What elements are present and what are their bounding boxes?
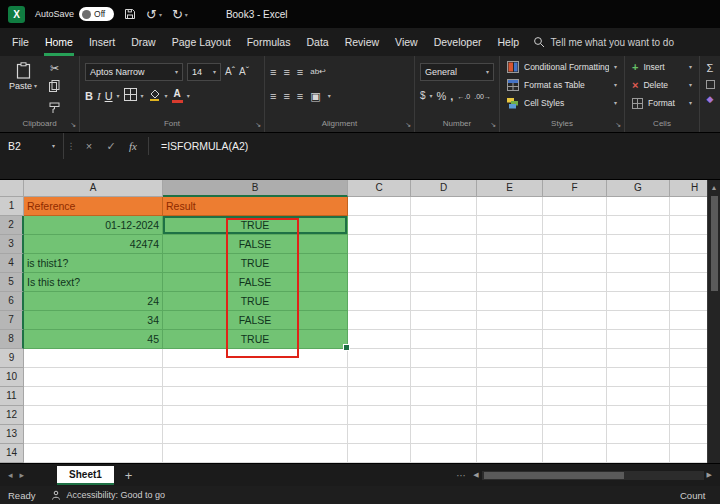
add-sheet-button[interactable]: + (125, 468, 133, 483)
col-header-F[interactable]: F (543, 180, 607, 197)
cell-E6[interactable] (477, 292, 543, 311)
row-header-6[interactable]: 6 (0, 292, 24, 311)
name-box[interactable]: B2 ▾ (0, 133, 64, 159)
ribbon-tab-help[interactable]: Help (490, 28, 528, 56)
row-header-13[interactable]: 13 (0, 425, 24, 444)
increase-font-size-icon[interactable]: Aˆ (225, 67, 235, 77)
row-header-11[interactable]: 11 (0, 387, 24, 406)
cell-G13[interactable] (607, 425, 670, 444)
cell-B13[interactable] (163, 425, 348, 444)
cell-D6[interactable] (411, 292, 477, 311)
cell-A13[interactable] (24, 425, 163, 444)
autosum-icon[interactable]: Σ (707, 63, 714, 74)
copy-button[interactable] (49, 78, 60, 96)
cell-E3[interactable] (477, 235, 543, 254)
row-header-3[interactable]: 3 (0, 235, 24, 254)
row-header-10[interactable]: 10 (0, 368, 24, 387)
cell-styles-button[interactable]: Cell Styles ▾ (505, 94, 619, 112)
cell-E4[interactable] (477, 254, 543, 273)
cell-D7[interactable] (411, 311, 477, 330)
borders-button[interactable] (124, 87, 137, 105)
cell-A1[interactable]: Reference (24, 197, 163, 216)
cell-G12[interactable] (607, 406, 670, 425)
col-header-C[interactable]: C (348, 180, 411, 197)
cell-E11[interactable] (477, 387, 543, 406)
cell-G3[interactable] (607, 235, 670, 254)
cell-D9[interactable] (411, 349, 477, 368)
cell-C8[interactable] (348, 330, 411, 349)
horizontal-scrollbar-thumb[interactable] (484, 472, 624, 479)
cell-A14[interactable] (24, 444, 163, 463)
horizontal-scrollbar-track[interactable] (482, 471, 704, 480)
row-header-4[interactable]: 4 (0, 254, 24, 273)
insert-function-button[interactable]: fx (122, 140, 144, 152)
undo-button[interactable]: ↺ ▾ (146, 8, 162, 21)
ribbon-tab-home[interactable]: Home (37, 28, 81, 56)
cell-C5[interactable] (348, 273, 411, 292)
cell-E1[interactable] (477, 197, 543, 216)
font-dialog-launcher[interactable]: ↘ (255, 119, 261, 130)
cell-D8[interactable] (411, 330, 477, 349)
cell-E13[interactable] (477, 425, 543, 444)
horizontal-scrollbar[interactable]: ◀ ▶ (473, 471, 712, 480)
ribbon-tab-draw[interactable]: Draw (123, 28, 164, 56)
row-header-8[interactable]: 8 (0, 330, 24, 349)
row-header-7[interactable]: 7 (0, 311, 24, 330)
align-left-icon[interactable]: ≡ (270, 91, 276, 102)
cell-F11[interactable] (543, 387, 607, 406)
cell-C7[interactable] (348, 311, 411, 330)
row-header-12[interactable]: 12 (0, 406, 24, 425)
cell-D10[interactable] (411, 368, 477, 387)
font-color-button[interactable]: A (172, 89, 183, 103)
cell-A8[interactable]: 45 (24, 330, 163, 349)
cell-C12[interactable] (348, 406, 411, 425)
cell-D2[interactable] (411, 216, 477, 235)
underline-button[interactable]: U (105, 90, 113, 102)
cell-F1[interactable] (543, 197, 607, 216)
cell-A11[interactable] (24, 387, 163, 406)
bold-button[interactable]: B (85, 90, 93, 102)
cell-E12[interactable] (477, 406, 543, 425)
row-header-2[interactable]: 2 (0, 216, 24, 235)
percent-style-icon[interactable]: % (437, 91, 447, 102)
cell-F9[interactable] (543, 349, 607, 368)
ribbon-tab-formulas[interactable]: Formulas (239, 28, 299, 56)
cell-A9[interactable] (24, 349, 163, 368)
redo-button[interactable]: ↻ ▾ (172, 8, 188, 21)
decrease-font-size-icon[interactable]: Aˇ (239, 67, 249, 77)
cell-A7[interactable]: 34 (24, 311, 163, 330)
cell-G10[interactable] (607, 368, 670, 387)
styles-dialog-launcher[interactable]: ↘ (615, 119, 621, 130)
cell-C4[interactable] (348, 254, 411, 273)
format-cells-button[interactable]: Format ▾ (630, 94, 694, 112)
cell-E5[interactable] (477, 273, 543, 292)
sheet-nav-right-icon[interactable]: ▸ (20, 470, 25, 480)
cell-F8[interactable] (543, 330, 607, 349)
row-header-9[interactable]: 9 (0, 349, 24, 368)
row-header-1[interactable]: 1 (0, 197, 24, 216)
row-header-5[interactable]: 5 (0, 273, 24, 292)
scroll-up-icon[interactable]: ▲ (711, 184, 718, 191)
cell-F10[interactable] (543, 368, 607, 387)
cell-C11[interactable] (348, 387, 411, 406)
cell-D11[interactable] (411, 387, 477, 406)
align-middle-icon[interactable]: ≡ (283, 67, 289, 78)
decrease-decimal-icon[interactable]: .00→ (474, 93, 491, 100)
col-header-A[interactable]: A (24, 180, 163, 197)
cell-F7[interactable] (543, 311, 607, 330)
ribbon-tab-page-layout[interactable]: Page Layout (164, 28, 239, 56)
autosave-toggle[interactable]: Off (79, 7, 114, 21)
tab-overflow-icon[interactable]: ⋯ (456, 470, 466, 481)
cell-A12[interactable] (24, 406, 163, 425)
cell-E9[interactable] (477, 349, 543, 368)
align-top-icon[interactable]: ≡ (270, 67, 276, 78)
cell-C13[interactable] (348, 425, 411, 444)
align-bottom-icon[interactable]: ≡ (297, 67, 303, 78)
analyze-data-icon[interactable]: ◆ (707, 95, 714, 104)
vertical-scrollbar[interactable]: ▲ (707, 180, 720, 463)
cell-D3[interactable] (411, 235, 477, 254)
cell-F12[interactable] (543, 406, 607, 425)
conditional-formatting-button[interactable]: Conditional Formatting ▾ (505, 58, 619, 76)
cell-D14[interactable] (411, 444, 477, 463)
fill-color-button[interactable] (148, 87, 161, 105)
